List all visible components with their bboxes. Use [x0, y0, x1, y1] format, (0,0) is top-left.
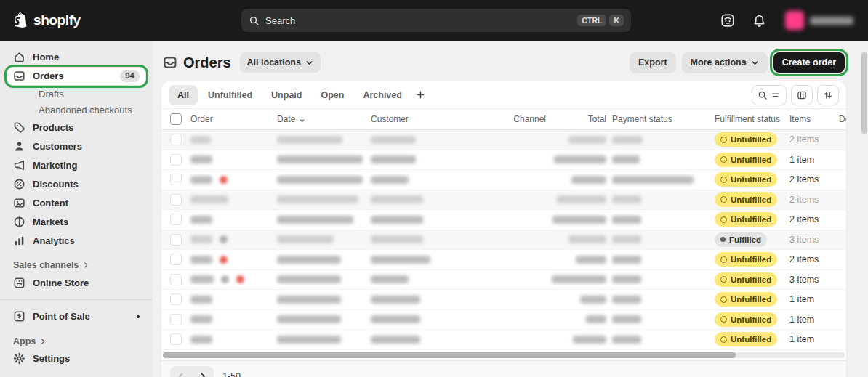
sidebar-item-label: Point of Sale — [33, 311, 90, 322]
tab-unfulfilled[interactable]: Unfulfilled — [199, 85, 261, 105]
horizontal-scrollbar[interactable] — [163, 352, 845, 358]
row-checkbox[interactable] — [170, 293, 182, 305]
search-placeholder: Search — [265, 15, 295, 26]
column-label: Order — [190, 114, 213, 124]
sidebar-item-analytics[interactable]: Analytics — [7, 232, 145, 249]
tab-all[interactable]: All — [169, 85, 198, 105]
more-actions-button[interactable]: More actions — [682, 52, 768, 73]
column-header-channel[interactable]: Channel — [483, 114, 552, 124]
sidebar-item-label: Content — [33, 198, 68, 208]
sidebar-item-abandoned-checkouts[interactable]: Abandoned checkouts — [7, 102, 145, 117]
fulfillment-status-badge: Unfulfilled — [715, 212, 777, 227]
sidebar-item-home[interactable]: Home — [7, 49, 145, 66]
row-checkbox[interactable] — [170, 234, 182, 246]
sidekick-button[interactable] — [718, 10, 738, 31]
search-shortcut: CTRL K — [577, 15, 624, 27]
search-and-filter-button[interactable] — [752, 85, 787, 105]
column-header-total[interactable]: Total — [552, 114, 612, 124]
order-number-redacted — [190, 176, 212, 184]
page-scrollbar[interactable] — [861, 44, 867, 374]
row-checkbox[interactable] — [170, 333, 182, 345]
unfulfilled-circle-icon — [720, 137, 727, 143]
next-page-button[interactable] — [192, 366, 214, 377]
total-redacted — [573, 336, 606, 344]
row-checkbox[interactable] — [170, 314, 182, 325]
payment-status-redacted — [612, 195, 641, 203]
row-checkbox[interactable] — [170, 254, 182, 265]
previous-page-button[interactable] — [170, 366, 192, 377]
sidebar-item-settings[interactable]: Settings — [7, 350, 145, 368]
table-row[interactable]: Unfulfilled2 items — [161, 210, 846, 230]
table-row[interactable]: Fulfilled3 items — [161, 230, 846, 251]
column-header-customer[interactable]: Customer — [371, 114, 483, 124]
shopify-logo[interactable]: shopify — [13, 12, 81, 29]
sidebar-item-orders[interactable]: Orders94 — [7, 68, 145, 85]
sidebar-item-online-store[interactable]: Online Store — [7, 274, 145, 291]
search-bar[interactable]: Search CTRL K — [241, 9, 631, 32]
total-redacted — [580, 296, 606, 304]
payment-status-redacted — [612, 235, 641, 243]
sidebar-item-discounts[interactable]: Discounts — [7, 175, 145, 192]
column-header-payment-status[interactable]: Payment status — [612, 114, 715, 124]
sidebar-item-markets[interactable]: Markets — [7, 213, 145, 230]
tab-unpaid[interactable]: Unpaid — [262, 85, 310, 105]
row-checkbox[interactable] — [170, 214, 182, 225]
row-checkbox[interactable] — [170, 194, 182, 206]
page-scrollbar-thumb[interactable] — [861, 52, 867, 134]
table-row[interactable]: Unfulfilled2 items — [161, 190, 846, 211]
row-checkbox[interactable] — [170, 174, 182, 185]
payment-status-redacted — [612, 275, 641, 283]
fulfillment-status-label: Unfulfilled — [731, 255, 771, 264]
table-row[interactable]: Unfulfilled2 items — [161, 130, 846, 150]
location-filter-button[interactable]: All locations — [240, 52, 321, 73]
row-checkbox[interactable] — [170, 154, 182, 166]
date-redacted — [277, 216, 353, 224]
sort-button[interactable] — [817, 85, 839, 105]
pagination — [170, 366, 214, 377]
items-count: 2 items — [789, 134, 819, 145]
column-header-delivery[interactable]: Delivery — [839, 114, 846, 124]
sidebar-item-customers[interactable]: Customers — [7, 137, 145, 155]
column-header-order[interactable]: Order — [190, 114, 277, 124]
row-checkbox[interactable] — [170, 274, 182, 285]
table-row[interactable]: Unfulfilled1 item — [161, 150, 846, 171]
orders-table-card: AllUnfulfilledUnpaidOpenArchived — [161, 81, 846, 377]
table-row[interactable]: Unfulfilled3 items — [161, 270, 846, 291]
tab-open[interactable]: Open — [312, 85, 353, 105]
customer-redacted — [371, 296, 420, 304]
table-row[interactable]: Unfulfilled2 items — [161, 250, 846, 270]
sidebar-section-apps[interactable]: Apps — [13, 336, 140, 346]
store-icon — [13, 277, 25, 289]
total-redacted — [552, 216, 606, 224]
export-button[interactable]: Export — [630, 52, 676, 73]
table-row[interactable]: Unfulfilled2 items — [161, 170, 846, 190]
horizontal-scrollbar-thumb[interactable] — [163, 352, 736, 358]
select-all-checkbox[interactable] — [170, 113, 182, 125]
customer-redacted — [371, 235, 423, 243]
column-header-date[interactable]: Date — [277, 114, 371, 124]
column-header-items[interactable]: Items — [789, 114, 839, 124]
fulfillment-status-badge: Unfulfilled — [715, 252, 777, 267]
table-row[interactable]: Unfulfilled1 item — [161, 330, 846, 350]
add-view-button[interactable] — [411, 85, 431, 105]
column-header-fulfillment-status[interactable]: Fulfillment status — [715, 114, 789, 124]
tab-archived[interactable]: Archived — [354, 85, 411, 105]
sidebar-item-content[interactable]: Content — [7, 194, 145, 211]
table-body: Unfulfilled2 itemsUnfulfilled1 itemUnful… — [161, 130, 846, 350]
chevron-right-icon — [39, 338, 47, 345]
notifications-button[interactable] — [750, 11, 769, 31]
fulfillment-status-label: Unfulfilled — [731, 275, 771, 284]
date-redacted — [277, 176, 363, 184]
tag-icon — [13, 121, 25, 134]
sidebar-item-marketing[interactable]: Marketing — [7, 156, 145, 174]
table-row[interactable]: Unfulfilled1 item — [161, 290, 846, 310]
sidebar-item-point-of-sale[interactable]: Point of Sale — [7, 308, 145, 325]
sidebar-section-sales-channels[interactable]: Sales channels — [13, 260, 140, 270]
create-order-button[interactable]: Create order — [773, 52, 845, 73]
account-menu[interactable] — [781, 9, 858, 32]
table-row[interactable]: Unfulfilled1 item — [161, 310, 846, 331]
sidebar-item-drafts[interactable]: Drafts — [7, 86, 145, 101]
sidebar-item-products[interactable]: Products — [7, 118, 145, 136]
row-checkbox[interactable] — [170, 134, 182, 145]
edit-columns-button[interactable] — [791, 85, 813, 105]
